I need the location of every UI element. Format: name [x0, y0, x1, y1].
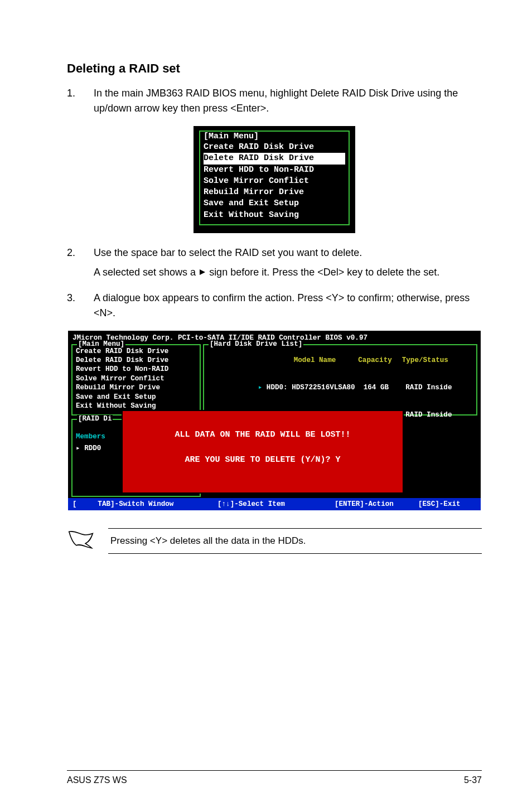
col-header-type: Type/Status	[402, 356, 448, 364]
note-text: Pressing <Y> deletes all the data in the…	[108, 528, 482, 554]
footer-page-number: 5-37	[464, 775, 482, 785]
step-subtext: sign before it. Press the <Del> key to d…	[209, 267, 439, 278]
bios-menu-item: Rebuild Mirror Drive	[76, 383, 196, 392]
bios-menu-item: Revert HDD to Non-RAID	[76, 365, 196, 374]
step-text: Use the space bar to select the RAID set…	[94, 247, 362, 258]
bios-main-menu-panel: [Main Menu] Create RAID Disk Drive Delet…	[71, 344, 201, 416]
step-text: A dialogue box appears to confirm the ac…	[94, 291, 482, 321]
help-enter: [ENTER]-Action	[335, 500, 418, 508]
col-header-model: Model Name	[294, 356, 336, 364]
bios-menu-item-selected: Delete RAID Disk Drive	[204, 153, 345, 164]
bios-help-bar: [ TAB]-Switch Window [↑↓]-Select Item [E…	[68, 498, 481, 510]
bios-menu-item: Revert HDD to Non-RAID	[204, 165, 345, 176]
panel-legend: [Hard Disk Drive List]	[209, 340, 303, 348]
bios-menu-item: Exit Without Saving	[204, 210, 345, 221]
bios-menu-item: Delete RAID Disk Drive	[76, 356, 196, 365]
section-title: Deleting a RAID set	[67, 61, 482, 76]
panel-legend: [Main Menu]	[77, 340, 125, 348]
step-text: In the main JMB363 RAID BIOS menu, highl…	[94, 86, 482, 116]
bios-hdd-list-panel: [Hard Disk Drive List] Model NameCapacit…	[203, 344, 477, 416]
step-number: 1.	[67, 86, 94, 116]
dialog-line: ALL DATA ON THE RAID WILL BE LOST!!	[126, 429, 399, 442]
bios-menu-item: Solve Mirror Conflict	[204, 176, 345, 187]
panel-legend: [RAID Di	[77, 415, 113, 423]
step-subtext: A selected set shows a	[94, 267, 199, 278]
footer-product: ASUS Z7S WS	[67, 775, 127, 785]
bios-menu-item: Create RAID Disk Drive	[76, 347, 196, 356]
bios-menu-item: Solve Mirror Conflict	[76, 374, 196, 383]
bios-menu-item: Save and Exit Setup	[204, 198, 345, 209]
triangle-icon	[199, 265, 206, 281]
help-select: [↑↓]-Select Item	[217, 500, 335, 508]
bios-main-menu: [Main Menu] Create RAID Disk Drive Delet…	[194, 126, 355, 233]
bios-menu-item: Rebuild Mirror Drive	[204, 187, 345, 198]
bios-screen: JMicron Technology Corp. PCI-to-SATA II/…	[68, 331, 481, 510]
step-number: 2.	[67, 245, 94, 281]
bios-menu-legend: [Main Menu]	[202, 132, 260, 141]
help-tab: [ TAB]-Switch Window	[72, 500, 217, 508]
step-number: 3.	[67, 291, 94, 321]
hdd-row: ▸ HDD0: HDS722516VLSA80 164 GB RAID Insi…	[207, 374, 473, 402]
svg-marker-0	[200, 269, 205, 275]
bios-menu-item: Create RAID Disk Drive	[204, 142, 345, 153]
bios-menu-item: Save and Exit Setup	[76, 393, 196, 402]
help-esc: [ESC]-Exit	[418, 500, 476, 508]
dialog-line: ARE YOU SURE TO DELETE (Y/N)? Y	[126, 454, 399, 467]
bios-menu-item: Exit Without Saving	[76, 402, 196, 410]
col-header-capacity: Capacity	[358, 356, 391, 364]
bios-confirm-dialog: ALL DATA ON THE RAID WILL BE LOST!! ARE …	[123, 411, 403, 493]
note-icon	[67, 530, 95, 552]
